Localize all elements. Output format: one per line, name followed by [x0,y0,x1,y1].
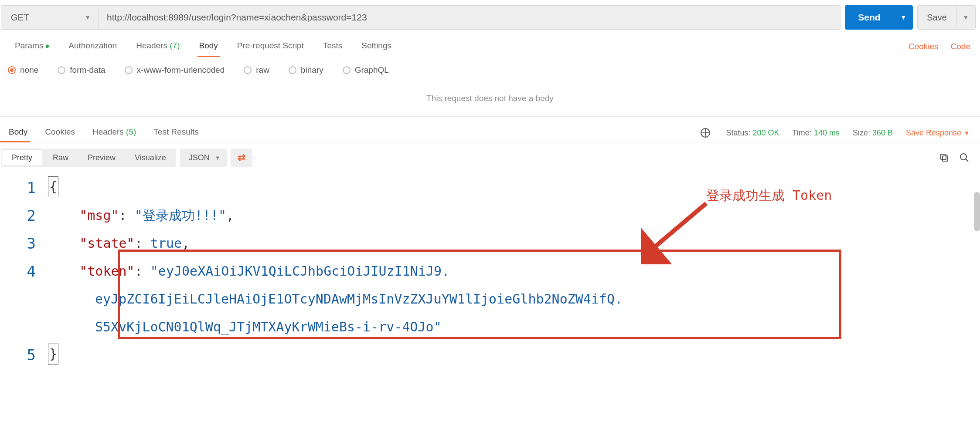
copy-icon[interactable] [939,152,949,163]
tab-prerequest[interactable]: Pre-request Script [228,37,313,57]
cursor: { [48,176,58,197]
body-type-none[interactable]: none [8,65,38,75]
svg-rect-0 [943,156,948,161]
code-link[interactable]: Code [951,42,970,51]
wrap-lines-button[interactable]: ⇄ [231,148,252,167]
resp-tab-headers[interactable]: Headers (5) [84,124,145,142]
svg-point-2 [960,154,966,160]
tab-tests[interactable]: Tests [313,37,352,57]
http-method-value: GET [11,13,29,23]
size-label: Size: 360 B [853,128,893,138]
tab-params[interactable]: Params• [5,37,59,57]
view-pretty[interactable]: Pretty [2,150,42,165]
svg-line-3 [966,159,968,162]
radio-icon [8,66,16,74]
globe-icon[interactable] [701,128,710,138]
svg-rect-1 [941,154,946,159]
body-type-graphql[interactable]: GraphQL [343,65,389,75]
resp-tab-tests[interactable]: Test Results [145,124,207,142]
chevron-down-icon: ▼ [85,14,91,21]
tab-headers[interactable]: Headers (7) [126,37,189,57]
radio-icon [58,66,65,74]
view-visualize[interactable]: Visualize [125,148,176,167]
status-label: Status: 200 OK [726,128,779,138]
view-mode-group: Pretty Raw Preview Visualize [1,148,176,167]
response-body[interactable]: 1{ 2 "msg": "登录成功!!!", 3 "state": true, … [0,171,980,369]
http-method-select[interactable]: GET ▼ [1,5,99,30]
format-select[interactable]: JSON▼ [180,148,227,167]
url-input[interactable] [99,5,840,30]
tab-authorization[interactable]: Authorization [59,37,126,57]
radio-icon [125,66,133,74]
resp-tab-cookies[interactable]: Cookies [36,124,84,142]
save-dropdown-button[interactable]: ▼ [956,5,976,30]
view-raw[interactable]: Raw [43,148,78,167]
body-type-raw[interactable]: raw [244,65,269,75]
chevron-down-icon: ▼ [215,155,221,161]
search-icon[interactable] [959,152,970,163]
body-type-binary[interactable]: binary [289,65,323,75]
cookies-link[interactable]: Cookies [909,42,939,51]
tab-settings[interactable]: Settings [352,37,401,57]
tab-body[interactable]: Body [190,37,228,57]
params-indicator-dot: • [45,39,49,53]
no-body-message: This request does not have a body [0,83,980,117]
radio-icon [343,66,350,74]
body-type-urlencoded[interactable]: x-www-form-urlencoded [125,65,225,75]
body-type-formdata[interactable]: form-data [58,65,105,75]
time-label: Time: 140 ms [793,128,840,138]
view-preview[interactable]: Preview [78,148,125,167]
radio-icon [244,66,252,74]
send-button[interactable]: Send [845,5,894,30]
chevron-down-icon: ▼ [964,130,970,136]
save-response-button[interactable]: Save Response ▼ [906,128,970,138]
wrap-icon: ⇄ [238,152,245,163]
save-button[interactable]: Save [917,5,956,30]
scrollbar[interactable] [974,192,980,231]
send-dropdown-button[interactable]: ▼ [894,5,913,30]
radio-icon [289,66,296,74]
resp-tab-body[interactable]: Body [0,124,36,142]
